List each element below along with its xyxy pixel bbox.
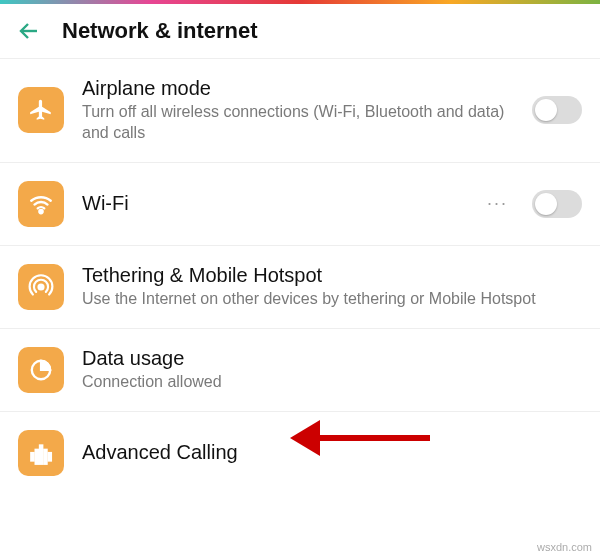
svg-rect-8 bbox=[49, 453, 51, 461]
data-usage-icon bbox=[18, 347, 64, 393]
row-advanced-calling[interactable]: Advanced Calling bbox=[0, 412, 600, 494]
wifi-icon bbox=[18, 181, 64, 227]
toggle-knob bbox=[535, 193, 557, 215]
arrow-left-icon bbox=[17, 19, 41, 43]
row-data-usage[interactable]: Data usage Connection allowed bbox=[0, 329, 600, 412]
svg-point-1 bbox=[39, 209, 42, 212]
row-title: Wi-Fi bbox=[82, 192, 469, 215]
row-tethering[interactable]: Tethering & Mobile Hotspot Use the Inter… bbox=[0, 246, 600, 329]
svg-point-2 bbox=[39, 284, 44, 289]
row-text: Tethering & Mobile Hotspot Use the Inter… bbox=[82, 264, 582, 310]
row-title: Data usage bbox=[82, 347, 582, 370]
more-options-icon[interactable]: ··· bbox=[487, 193, 508, 214]
svg-rect-5 bbox=[36, 449, 38, 463]
row-text: Wi-Fi bbox=[82, 192, 469, 215]
watermark-text: wsxdn.com bbox=[537, 541, 592, 553]
back-button[interactable] bbox=[16, 18, 42, 44]
header-bar: Network & internet bbox=[0, 4, 600, 59]
row-title: Advanced Calling bbox=[82, 441, 582, 464]
row-subtitle: Connection allowed bbox=[82, 372, 582, 393]
hotspot-icon bbox=[18, 264, 64, 310]
row-title: Airplane mode bbox=[82, 77, 514, 100]
page-title: Network & internet bbox=[62, 18, 258, 44]
row-airplane-mode[interactable]: Airplane mode Turn off all wireless conn… bbox=[0, 59, 600, 163]
row-subtitle: Turn off all wireless connections (Wi-Fi… bbox=[82, 102, 514, 144]
svg-rect-6 bbox=[40, 445, 42, 463]
wifi-toggle[interactable] bbox=[532, 190, 582, 218]
row-text: Airplane mode Turn off all wireless conn… bbox=[82, 77, 514, 144]
advanced-calling-icon bbox=[18, 430, 64, 476]
airplane-toggle[interactable] bbox=[532, 96, 582, 124]
row-text: Data usage Connection allowed bbox=[82, 347, 582, 393]
row-wifi[interactable]: Wi-Fi ··· bbox=[0, 163, 600, 246]
settings-list: Airplane mode Turn off all wireless conn… bbox=[0, 59, 600, 494]
airplane-icon bbox=[18, 87, 64, 133]
row-title: Tethering & Mobile Hotspot bbox=[82, 264, 582, 287]
toggle-knob bbox=[535, 99, 557, 121]
svg-rect-7 bbox=[44, 449, 46, 463]
row-text: Advanced Calling bbox=[82, 441, 582, 464]
row-subtitle: Use the Internet on other devices by tet… bbox=[82, 289, 582, 310]
svg-rect-4 bbox=[31, 453, 33, 461]
